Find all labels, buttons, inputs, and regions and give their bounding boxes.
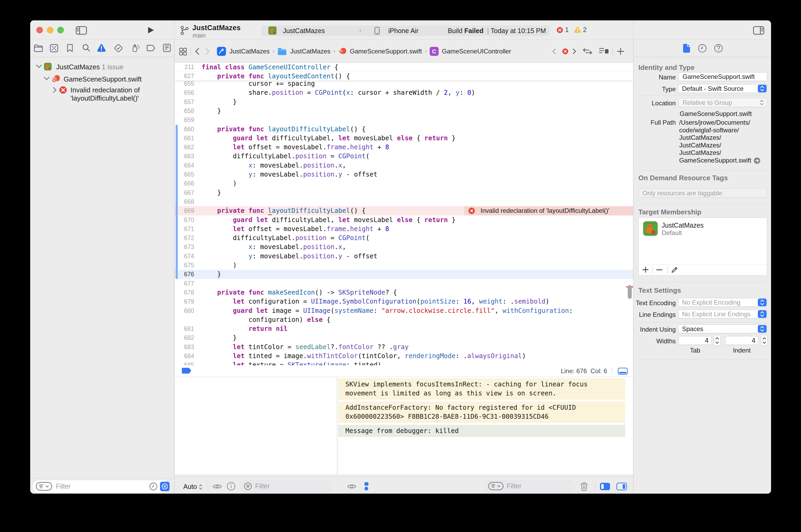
console-view[interactable]: SKView implements focusItemsInRect: - ca… <box>338 377 633 474</box>
related-items-icon[interactable] <box>179 48 187 56</box>
project-navigator-icon[interactable] <box>34 44 43 52</box>
code-line-627[interactable]: 627 private func layoutSeedContent() { <box>175 72 633 81</box>
code-line-663[interactable]: 663 difficultyLabel.position = CGPoint( <box>175 152 633 161</box>
code-line-665[interactable]: 665 y: movesLabel.position.y - offset <box>175 170 633 179</box>
target-membership-box[interactable]: JustCatMazes Default <box>638 217 767 276</box>
code-line-682[interactable]: 682 } <box>175 333 633 342</box>
breadcrumb-item[interactable]: JustCatMazes <box>277 48 330 55</box>
eye-icon[interactable] <box>347 483 357 490</box>
inline-error-annotation[interactable]: Invalid redeclaration of 'layoutDifficul… <box>465 206 633 215</box>
disclosure-chevron-icon[interactable] <box>44 77 50 80</box>
tab-width-stepper[interactable] <box>714 335 721 346</box>
breadcrumb-item[interactable]: GameSceneSupport.swift <box>338 48 422 55</box>
editor-scrollbar[interactable] <box>628 285 632 299</box>
previous-issue-icon[interactable] <box>552 49 556 54</box>
indent-using-select[interactable]: Spaces <box>678 324 767 333</box>
code-line-672[interactable]: 672 difficultyLabel.position = CGPoint( <box>175 233 633 243</box>
indent-width-stepper[interactable] <box>761 335 768 346</box>
scheme-selector[interactable]: JustCatMazes › iPhone Air Build Failed |… <box>261 25 550 36</box>
toggle-inspector-icon[interactable] <box>753 26 764 35</box>
code-line-661[interactable]: 661 guard let difficultyLabel, let moves… <box>175 134 633 142</box>
disclosure-chevron-icon[interactable] <box>36 64 42 68</box>
encoding-select[interactable]: No Explicit Encoding <box>678 298 767 307</box>
code-line-684[interactable]: 684 let tinted = image.withTintColor(tin… <box>175 352 633 360</box>
name-field[interactable]: GameSceneSupport.swift <box>679 72 767 81</box>
variables-scope-selector[interactable]: Auto <box>183 483 203 491</box>
remove-target-button[interactable] <box>656 269 662 270</box>
code-line-664[interactable]: 664 x: movesLabel.position.x, <box>175 161 633 170</box>
code-line-674[interactable]: 674 y: movesLabel.position.y - offset <box>175 252 633 261</box>
console-message[interactable]: SKView implements focusItemsInRect: - ca… <box>338 378 625 400</box>
code-line-679[interactable]: 679 let configuration = UIImage.SymbolCo… <box>175 297 633 306</box>
help-inspector-tab-icon[interactable] <box>714 44 723 53</box>
type-select[interactable]: Default - Swift Source <box>678 84 767 93</box>
hide-console-pane-icon[interactable] <box>616 482 627 491</box>
code-line-676[interactable]: 676 } <box>175 270 633 279</box>
code-line-660[interactable]: 660 private func layoutDifficultyLabel()… <box>175 125 633 134</box>
odr-tags-field[interactable]: Only resources are taggable <box>638 189 767 197</box>
indent-width-field[interactable]: 4 <box>725 336 758 345</box>
add-editor-icon[interactable] <box>617 48 624 55</box>
breadcrumb-item[interactable]: CGameSceneUIController <box>430 47 511 56</box>
variables-filter-field[interactable]: Filter <box>240 480 331 492</box>
console-message[interactable]: AddInstanceForFactory: No factory regist… <box>338 401 625 423</box>
breakpoint-navigator-icon[interactable] <box>147 45 156 51</box>
minimize-editor-icon[interactable] <box>618 368 628 375</box>
forward-icon[interactable] <box>205 48 210 55</box>
report-list-navigator-icon[interactable] <box>163 44 171 52</box>
code-line-671[interactable]: 671 let offset = movesLabel.frame.height… <box>175 225 633 233</box>
code-line-675[interactable]: 675 ) <box>175 261 633 270</box>
find-navigator-icon[interactable] <box>82 44 91 52</box>
add-target-button[interactable] <box>642 267 649 273</box>
edit-target-button[interactable] <box>671 266 678 273</box>
disclosure-chevron-icon[interactable] <box>53 87 57 93</box>
warning-badge-icon[interactable] <box>574 26 581 33</box>
code-line-668[interactable]: 668 <box>175 197 633 206</box>
toggle-navigator-icon[interactable] <box>76 26 87 35</box>
console-message[interactable]: Message from debugger: killed <box>338 425 625 437</box>
code-line-685[interactable]: 685 let texture = SKTexture(image: tinte… <box>175 360 633 365</box>
run-button[interactable] <box>148 26 154 34</box>
navigator-filter-field[interactable]: Filter <box>32 480 170 493</box>
tab-width-field[interactable]: 4 <box>679 336 711 345</box>
error-badge-icon[interactable] <box>557 27 563 33</box>
eye-icon[interactable] <box>213 483 222 490</box>
swap-editor-icon[interactable] <box>583 48 592 55</box>
tree-item-file[interactable]: GameSceneSupport.swift <box>63 75 142 83</box>
test-navigator-icon[interactable] <box>114 44 123 53</box>
code-line-666[interactable]: 666 ) <box>175 179 633 188</box>
code-line-211[interactable]: 211final class GameSceneUIController { <box>175 63 633 72</box>
code-line-662[interactable]: 662 let offset = movesLabel.frame.height… <box>175 142 633 152</box>
location-select[interactable]: Relative to Group <box>679 98 767 107</box>
recent-files-icon[interactable] <box>149 482 158 491</box>
source-editor[interactable]: 655 cursor += spacing656 share.position … <box>175 63 633 365</box>
build-status[interactable]: Build Failed | Today at 10:15 PM <box>448 25 546 36</box>
open-path-arrow-icon[interactable] <box>753 157 761 164</box>
line-endings-select[interactable]: No Explicit Line Endings <box>678 310 767 318</box>
reports-navigator-icon[interactable] <box>50 44 58 52</box>
filter-menu-icon[interactable] <box>36 482 52 491</box>
code-line-670[interactable]: 670 guard let difficultyLabel, let moves… <box>175 215 633 225</box>
debug-navigator-icon[interactable] <box>131 43 140 53</box>
bookmarks-navigator-icon[interactable] <box>67 44 73 52</box>
code-line-683[interactable]: 683 let tintColor = seedLabel?.fontColor… <box>175 342 633 352</box>
info-icon[interactable] <box>227 482 236 491</box>
trash-icon[interactable] <box>580 482 588 491</box>
hide-variables-pane-icon[interactable] <box>600 482 610 491</box>
code-line-658[interactable]: 658 } <box>175 107 633 115</box>
code-line-659[interactable]: 659 <box>175 115 633 125</box>
history-inspector-tab-icon[interactable] <box>698 44 707 53</box>
code-line-657[interactable]: 657 } <box>175 97 633 107</box>
file-inspector-tab-icon[interactable] <box>683 44 690 53</box>
back-icon[interactable] <box>195 48 199 55</box>
close-window-button[interactable] <box>36 27 43 33</box>
console-filter-field[interactable]: Filter <box>485 480 575 492</box>
minimize-window-button[interactable] <box>47 27 54 33</box>
code-annotation-tag-icon[interactable] <box>182 368 191 374</box>
console-mode-icon[interactable] <box>363 482 372 491</box>
next-issue-icon[interactable] <box>573 49 576 54</box>
show-issues-filter-toggle[interactable] <box>160 482 169 491</box>
code-line-677[interactable]: 677 <box>175 279 633 288</box>
code-line-678[interactable]: 678 private func makeSeedIcon() -> SKSpr… <box>175 288 633 297</box>
tree-item-project[interactable]: JustCatMazes 1 issue <box>56 63 124 71</box>
